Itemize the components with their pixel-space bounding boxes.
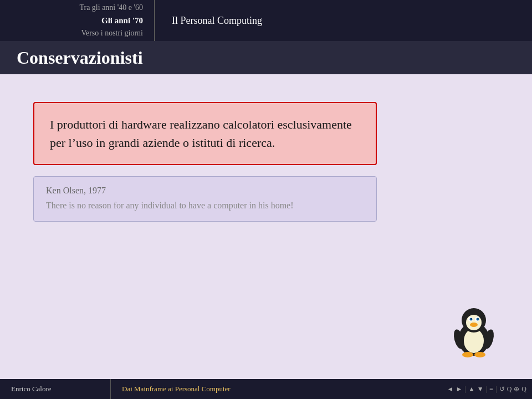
header-section-title: Il Personal Computing [172, 15, 262, 27]
nav-align[interactable]: ≡ [489, 385, 493, 393]
red-box: I produttori di hardware realizzano calc… [33, 102, 377, 165]
nav-arrow-left[interactable]: ◄ [447, 385, 453, 393]
nav-arrow-right[interactable]: ► [456, 385, 462, 393]
nav-item-2[interactable]: Gli anni '70 [101, 14, 143, 27]
bottom-right: Dai Mainframe ai Personal Computer [111, 379, 447, 399]
quote-text: There is no reason for any individual to… [46, 199, 364, 212]
nav-arrows: ◄ ► | ▲ ▼ | ≡ | ↺ Q ⊕ Q [447, 379, 532, 399]
bottom-bar: Enrico Calore Dai Mainframe ai Personal … [0, 379, 532, 399]
quote-author: Ken Olsen, 1977 [46, 186, 364, 196]
nav-zoom-out[interactable]: Q [507, 385, 512, 393]
svg-point-9 [478, 319, 479, 320]
nav-zoom-in[interactable]: Q [521, 385, 526, 393]
tux-mascot [449, 299, 499, 355]
nav-item-3[interactable]: Verso i nostri giorni [81, 27, 143, 39]
nav-refresh[interactable]: ↺ [499, 385, 505, 393]
nav-arrow-down[interactable]: ▼ [477, 385, 484, 393]
header-section: Il Personal Computing [155, 0, 532, 41]
page-title: Conservazionisti [17, 48, 143, 68]
bottom-author: Enrico Calore [11, 385, 52, 393]
svg-point-12 [474, 352, 485, 357]
svg-point-11 [462, 352, 473, 357]
bottom-left: Enrico Calore [0, 379, 111, 399]
svg-point-8 [471, 319, 472, 320]
nav-arrow-up[interactable]: ▲ [468, 385, 475, 393]
nav-item-1[interactable]: Tra gli anni '40 e '60 [79, 2, 143, 14]
nav-search[interactable]: ⊕ [514, 385, 519, 393]
red-box-text: I produttori di hardware realizzano calc… [50, 117, 352, 150]
quote-box: Ken Olsen, 1977 There is no reason for a… [33, 176, 377, 222]
header-top-bar: Tra gli anni '40 e '60 Gli anni '70 Vers… [0, 0, 532, 41]
title-bar: Conservazionisti [0, 41, 532, 74]
header-nav: Tra gli anni '40 e '60 Gli anni '70 Vers… [0, 0, 155, 41]
svg-point-10 [470, 323, 478, 327]
bottom-presentation-title: Dai Mainframe ai Personal Computer [122, 385, 231, 393]
